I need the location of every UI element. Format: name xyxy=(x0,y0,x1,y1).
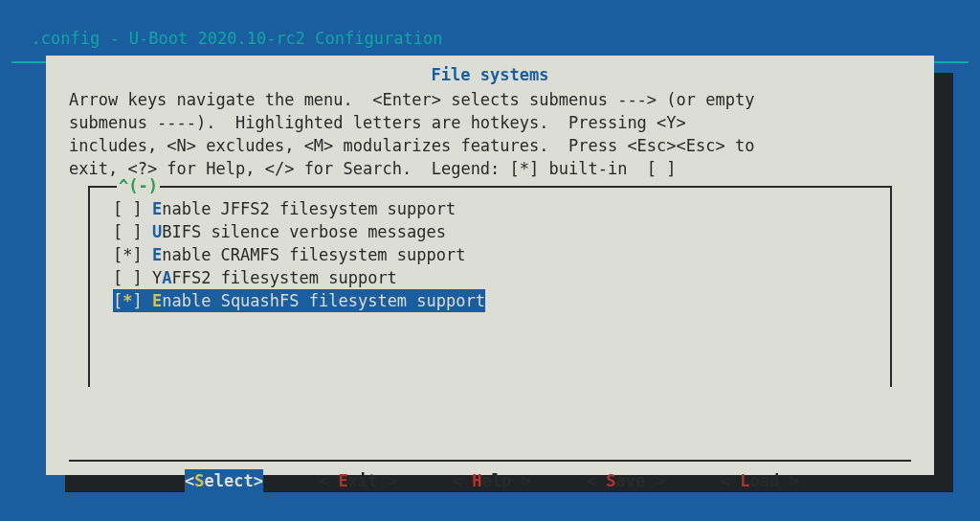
menu-frame: ^(-) [ ] Enable JFFS2 filesystem support… xyxy=(88,186,892,387)
menu-item-yaffs2[interactable]: [ ] YAFFS2 filesystem support xyxy=(113,266,890,289)
product: U-Boot 2020.10-rc2 Configuration xyxy=(129,29,443,48)
menu-list[interactable]: [ ] Enable JFFS2 filesystem support [ ] … xyxy=(90,188,890,312)
dialog-title: File systems xyxy=(69,63,911,86)
dialog-help-text: Arrow keys navigate the menu. <Enter> se… xyxy=(69,88,911,180)
menu-item-squashfs[interactable]: [*] Enable SquashFS filesystem support xyxy=(113,289,485,312)
dialog-bottom-rule xyxy=(69,460,911,462)
menu-item-cramfs[interactable]: [*] Enable CRAMFS filesystem support xyxy=(113,243,890,266)
select-button[interactable]: <Select> xyxy=(185,469,263,492)
menuconfig-dialog: File systems Arrow keys navigate the men… xyxy=(46,56,934,475)
exit-button[interactable]: < Exit > xyxy=(319,469,397,492)
save-button[interactable]: < Save > xyxy=(587,469,665,492)
menu-item-ubifs-silence[interactable]: [ ] UBIFS silence verbose messages xyxy=(113,220,890,243)
window-title: .config - U-Boot 2020.10-rc2 Configurati… xyxy=(0,0,980,50)
help-button[interactable]: < Help > xyxy=(453,469,531,492)
load-button[interactable]: < Load > xyxy=(721,469,799,492)
button-row: <Select>< Exit >< Help >< Save >< Load > xyxy=(69,446,911,515)
scroll-up-indicator: ^(-) xyxy=(117,174,160,197)
filename: .config xyxy=(31,29,100,48)
menu-item-jffs2[interactable]: [ ] Enable JFFS2 filesystem support xyxy=(113,197,890,220)
